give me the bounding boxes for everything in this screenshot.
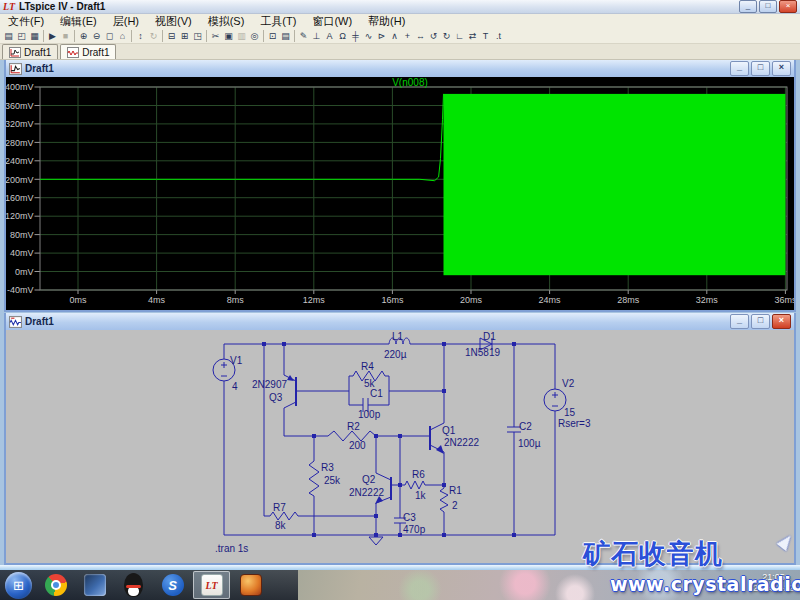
schematic-restore-button[interactable]: □ bbox=[751, 314, 770, 329]
toolbar-cut-button[interactable]: ✂ bbox=[209, 29, 222, 43]
label-V2: V2 bbox=[562, 378, 575, 389]
toolbar-inductor-button[interactable]: ∿ bbox=[362, 29, 375, 43]
y-axis-label: 240mV bbox=[6, 156, 34, 166]
toolbar-separator bbox=[74, 30, 75, 42]
value-R7: 8k bbox=[275, 520, 287, 531]
value-D1: 1N5819 bbox=[465, 347, 500, 358]
taskbar-sogou-button[interactable]: S bbox=[154, 571, 191, 599]
y-axis-label: 280mV bbox=[6, 138, 34, 148]
toolbar-net-label-button[interactable]: A bbox=[323, 29, 336, 43]
menu-item-1[interactable]: 编辑(E) bbox=[52, 14, 105, 29]
label-D1: D1 bbox=[483, 331, 496, 342]
app-minimize-button[interactable]: _ bbox=[739, 0, 757, 13]
schematic-minimize-button[interactable]: _ bbox=[730, 314, 749, 329]
toolbar-zoom-out-button[interactable]: ⊖ bbox=[90, 29, 103, 43]
toolbar-zoom-full-button[interactable]: ⌂ bbox=[116, 29, 129, 43]
toolbar-print-button[interactable]: ▤ bbox=[279, 29, 292, 43]
toolbar-autorange-button[interactable]: ↕ bbox=[134, 29, 147, 43]
waveform-minimize-button[interactable]: _ bbox=[730, 61, 749, 76]
toolbar-move-button[interactable]: + bbox=[401, 29, 414, 43]
app-maximize-button[interactable]: □ bbox=[759, 0, 777, 13]
waveform-close-button[interactable]: × bbox=[772, 61, 791, 76]
toolbar-save-button[interactable]: ▦ bbox=[28, 29, 41, 43]
waveform-window-title-bar[interactable]: Draft1 _ □ × bbox=[6, 60, 794, 77]
menu-item-4[interactable]: 模拟(S) bbox=[200, 14, 253, 29]
waveform-window: Draft1 _ □ × 400mV360mV320mV280mV240mV20… bbox=[4, 60, 796, 312]
value-C1: 100p bbox=[358, 409, 381, 420]
y-axis-label: 200mV bbox=[6, 175, 34, 185]
toolbar-print-preview-button[interactable]: ⊡ bbox=[266, 29, 279, 43]
value-Q1: 2N2222 bbox=[444, 437, 479, 448]
toolbar-halt-button[interactable]: ■ bbox=[59, 29, 72, 43]
app-close-button[interactable]: × bbox=[779, 0, 797, 13]
tab-schematic[interactable]: Draft1 bbox=[60, 44, 116, 59]
waveform-window-icon bbox=[9, 63, 22, 75]
taskbar-image-viewer-button[interactable] bbox=[232, 571, 269, 599]
label-R7: R7 bbox=[273, 502, 286, 513]
tab-waveform[interactable]: Draft1 bbox=[2, 44, 58, 59]
waveform-plot-area[interactable]: 400mV360mV320mV280mV240mV200mV160mV120mV… bbox=[6, 77, 794, 310]
toolbar-resistor-button[interactable]: Ω bbox=[336, 29, 349, 43]
waveform-trace bbox=[40, 94, 444, 181]
x-axis-label: 36ms bbox=[774, 295, 794, 305]
toolbar-drag-button[interactable]: ↔ bbox=[414, 29, 427, 43]
toolbar-copy-button[interactable]: ▣ bbox=[222, 29, 235, 43]
schematic-close-button[interactable]: × bbox=[772, 314, 791, 329]
taskbar-chrome-button[interactable] bbox=[37, 571, 74, 599]
menu-item-5[interactable]: 工具(T) bbox=[252, 14, 304, 29]
toolbar-zoom-in-button[interactable]: ⊕ bbox=[77, 29, 90, 43]
toolbar-paste-button[interactable]: ▥ bbox=[235, 29, 248, 43]
label-C1: C1 bbox=[370, 388, 383, 399]
toolbar-new-schematic-button[interactable]: ▤ bbox=[2, 29, 15, 43]
menu-item-2[interactable]: 层(H) bbox=[105, 14, 147, 29]
tab-label: Draft1 bbox=[82, 47, 109, 58]
x-axis-label: 0ms bbox=[69, 295, 87, 305]
waveform-window-title: Draft1 bbox=[25, 63, 54, 74]
toolbar-rotate-button[interactable]: ∟ bbox=[453, 29, 466, 43]
app-title-bar[interactable]: LT LTspice IV - Draft1 _ □ × bbox=[0, 0, 800, 14]
toolbar-tile-vertical-button[interactable]: ⊞ bbox=[178, 29, 191, 43]
taskbar-ltspice-button[interactable]: LT bbox=[193, 571, 230, 599]
label-R6: R6 bbox=[412, 469, 425, 480]
taskbar-qq-button[interactable] bbox=[115, 571, 152, 599]
toolbar-cascade-button[interactable]: ◳ bbox=[191, 29, 204, 43]
menu-item-7[interactable]: 帮助(H) bbox=[360, 14, 413, 29]
schematic-window-title-bar[interactable]: Draft1 _ □ × bbox=[6, 313, 794, 330]
toolbar-separator bbox=[43, 30, 44, 42]
value-Q3: 2N2907 bbox=[252, 379, 287, 390]
toolbar-tile-horizontal-button[interactable]: ⊟ bbox=[165, 29, 178, 43]
toolbar-open-button[interactable]: ◰ bbox=[15, 29, 28, 43]
value-V1: 4 bbox=[232, 381, 238, 392]
toolbar-redo-button[interactable]: ↻ bbox=[440, 29, 453, 43]
toolbar-separator bbox=[162, 30, 163, 42]
chrome-icon bbox=[45, 574, 67, 596]
toolbar-run-button[interactable]: ▶ bbox=[46, 29, 59, 43]
qq-icon bbox=[124, 573, 143, 597]
toolbar-ground-button[interactable]: ⊥ bbox=[310, 29, 323, 43]
toolbar-wire-button[interactable]: ✎ bbox=[297, 29, 310, 43]
taskbar-video-player-button[interactable] bbox=[76, 571, 113, 599]
toolbar-spice-directive-button[interactable]: .t bbox=[492, 29, 505, 43]
toolbar-find-button[interactable]: ◎ bbox=[248, 29, 261, 43]
spice-directive-text: .tran 1s bbox=[215, 543, 248, 554]
toolbar-zoom-area-button[interactable]: ◻ bbox=[103, 29, 116, 43]
menu-item-0[interactable]: 文件(F) bbox=[0, 14, 52, 29]
schematic-window-title: Draft1 bbox=[25, 316, 54, 327]
toolbar-refresh-button[interactable]: ↻ bbox=[147, 29, 160, 43]
schematic-canvas[interactable]: V1 4 2N2907 Q3 R4 5k C1 100p L1 220µ D1 … bbox=[6, 330, 794, 563]
toolbar-undo-button[interactable]: ↺ bbox=[427, 29, 440, 43]
start-button[interactable]: ⊞ bbox=[5, 572, 32, 599]
toolbar-mirror-button[interactable]: ⇄ bbox=[466, 29, 479, 43]
toolbar-diode-button[interactable]: ⊳ bbox=[375, 29, 388, 43]
toolbar-capacitor-button[interactable]: ╪ bbox=[349, 29, 362, 43]
toolbar: ▤◰▦▶■⊕⊖◻⌂↕↻⊟⊞◳✂▣▥◎⊡▤✎⊥AΩ╪∿⊳∧+↔↺↻∟⇄T.t bbox=[0, 28, 800, 44]
label-R2: R2 bbox=[347, 421, 360, 432]
x-axis-label: 12ms bbox=[303, 295, 326, 305]
menu-item-3[interactable]: 视图(V) bbox=[147, 14, 200, 29]
waveform-restore-button[interactable]: □ bbox=[751, 61, 770, 76]
toolbar-separator bbox=[206, 30, 207, 42]
toolbar-component-button[interactable]: ∧ bbox=[388, 29, 401, 43]
toolbar-text-button[interactable]: T bbox=[479, 29, 492, 43]
trace-legend[interactable]: V(n008) bbox=[392, 77, 428, 88]
menu-item-6[interactable]: 窗口(W) bbox=[304, 14, 360, 29]
